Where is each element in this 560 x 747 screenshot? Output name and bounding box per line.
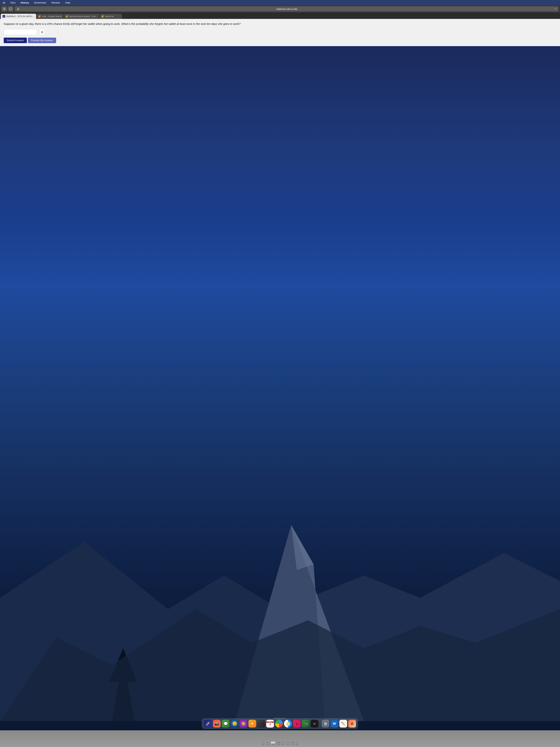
menu-bar: dit View History Bookmarks Window Help	[0, 0, 560, 5]
f4-icon: ⊞⊞	[277, 742, 280, 743]
fn-key-f1[interactable]: ✦ F1	[262, 742, 264, 746]
fn-key-f3[interactable]: ⬜⬜ F3	[271, 742, 275, 746]
fn-key-f2[interactable]: ☀ F2	[266, 742, 268, 746]
f8-label: F8	[296, 744, 298, 746]
tab-label-fast-furious: fast and furious quotes - Goo...	[70, 15, 98, 18]
toolbar: 🔒 webwork.uits.iu.edu ↻	[0, 5, 560, 12]
dock-item-finder[interactable]: 😊	[231, 720, 239, 727]
menu-item-bookmarks[interactable]: Bookmarks	[33, 1, 47, 4]
f1-label: F1	[262, 744, 264, 746]
google-icon-3	[102, 15, 104, 18]
address-bar[interactable]: 🔒 webwork.uits.iu.edu ↻	[15, 6, 559, 11]
dock-separator	[320, 720, 320, 727]
fn-key-sep-3	[276, 742, 276, 745]
dock-item-messages[interactable]: 💬	[222, 720, 230, 727]
fn-key-f6[interactable]: ⠿⠿ F6	[287, 742, 289, 745]
google-icon-2	[66, 15, 68, 18]
lock-icon: 🔒	[17, 7, 20, 10]
tab-label-webwork: WeBWorK : SP21-BL-MATH-...	[6, 15, 34, 18]
nav-buttons	[1, 6, 14, 11]
grid-icon-button[interactable]: ⊞	[39, 29, 45, 35]
dock-item-pencil[interactable]: ✏️	[340, 720, 347, 727]
fn-key-sep-6	[290, 742, 291, 745]
tab-webwork[interactable]: W WeBWorK : SP21-BL-MATH-...	[1, 14, 36, 19]
f5-label: F5	[283, 744, 285, 745]
f7-icon: ⏮	[292, 742, 294, 744]
submit-button[interactable]: Submit Answers	[4, 37, 27, 43]
tab-label-colts: colts - Google Search	[42, 15, 62, 18]
dock-item-photos[interactable]: 📷	[213, 720, 221, 727]
extensions-icon[interactable]	[1, 6, 7, 11]
shield-icon[interactable]	[8, 6, 14, 11]
fn-key-f4[interactable]: ⊞⊞ F4	[277, 742, 280, 745]
google-icon-1	[38, 15, 41, 18]
f1-icon: ✦	[262, 742, 264, 744]
fn-key-f8[interactable]: ⏸ F8	[296, 742, 298, 746]
dock-item-word[interactable]: W	[330, 720, 338, 727]
question-text: Suppose on a given day, there is a 23% c…	[4, 22, 556, 26]
f4-label: F4	[277, 744, 279, 745]
dock-item-chrome[interactable]	[275, 720, 283, 727]
dock: 🚀 📷 💬 😊 🎨 N ⋯ CAL 3 🧭 ♪ 📹 tv ⊞ W ✏️ A	[202, 719, 358, 729]
address-text: webwork.uits.iu.edu	[21, 7, 553, 10]
dock-item-notes[interactable]: N	[248, 720, 256, 727]
dock-item-app[interactable]: ⋯	[258, 720, 265, 727]
action-buttons: Submit Answers Preview My Answers	[4, 37, 556, 43]
answer-input[interactable]	[4, 29, 37, 35]
menu-item-view[interactable]: View	[9, 1, 17, 4]
f5-icon: ⠿⠿	[283, 742, 285, 743]
preview-button[interactable]: Preview My Answers	[28, 37, 56, 43]
reload-button[interactable]: ↻	[555, 7, 557, 10]
dock-item-music[interactable]: ♪	[293, 720, 301, 727]
f7-label: F7	[292, 744, 294, 746]
f8-icon: ⏸	[296, 742, 298, 744]
fn-key-f7[interactable]: ⏮ F7	[292, 742, 294, 746]
dock-item-safari[interactable]: 🧭	[284, 720, 292, 727]
tabs-bar: W WeBWorK : SP21-BL-MATH-... colts - Goo…	[0, 12, 560, 19]
f6-label: F6	[287, 744, 289, 745]
menu-item-window[interactable]: Window	[50, 1, 61, 4]
dock-item-tv[interactable]: tv	[311, 720, 319, 727]
browser-chrome: 🔒 webwork.uits.iu.edu ↻ W WeBWorK : SP21…	[0, 5, 560, 19]
menu-item-history[interactable]: History	[20, 1, 30, 4]
tab-fast-furious[interactable]: fast and furious quotes - Goo...	[64, 14, 99, 19]
dock-item-extra[interactable]: A	[348, 720, 356, 727]
menu-item-edit[interactable]: dit	[1, 1, 6, 4]
fn-key-f5[interactable]: ⠿⠿ F5	[283, 742, 285, 745]
web-content: Suppose on a given day, there is a 23% c…	[0, 19, 560, 46]
desktop-background	[0, 242, 560, 721]
answer-row: ⊞	[4, 29, 556, 35]
f2-icon: ☀	[267, 742, 268, 744]
tab-whats-be[interactable]: what's be	[100, 14, 122, 19]
f3-icon: ⬜⬜	[271, 742, 275, 744]
dock-item-launchpad[interactable]: 🚀	[204, 720, 212, 727]
f2-label: F2	[266, 744, 268, 746]
dock-item-calendar[interactable]: CAL 3	[266, 720, 274, 727]
dock-item-system-prefs[interactable]: 🎨	[240, 720, 247, 727]
menu-item-help[interactable]: Help	[64, 1, 71, 4]
tab-label-whats-be: what's be	[105, 15, 114, 18]
fn-keys-row: ✦ F1 ☀ F2 ⬜⬜ F3 ⊞⊞ F4 ⠿⠿ F5 ⠿⠿ F6 ⏮	[262, 742, 298, 746]
keyboard-area: ✦ F1 ☀ F2 ⬜⬜ F3 ⊞⊞ F4 ⠿⠿ F5 ⠿⠿ F6 ⏮	[0, 730, 560, 747]
dock-item-plus[interactable]: ⊞	[322, 720, 329, 727]
f6-icon: ⠿⠿	[287, 742, 289, 743]
dock-item-facetime[interactable]: 📹	[302, 720, 310, 727]
desktop: MacBook Air 🚀 📷 💬 😊 🎨 N ⋯ CAL 3 🧭 ♪ 📹 tv…	[0, 46, 560, 730]
f3-label: F3	[272, 744, 274, 746]
svg-rect-0	[4, 9, 5, 9]
tab-colts[interactable]: colts - Google Search	[36, 14, 63, 19]
